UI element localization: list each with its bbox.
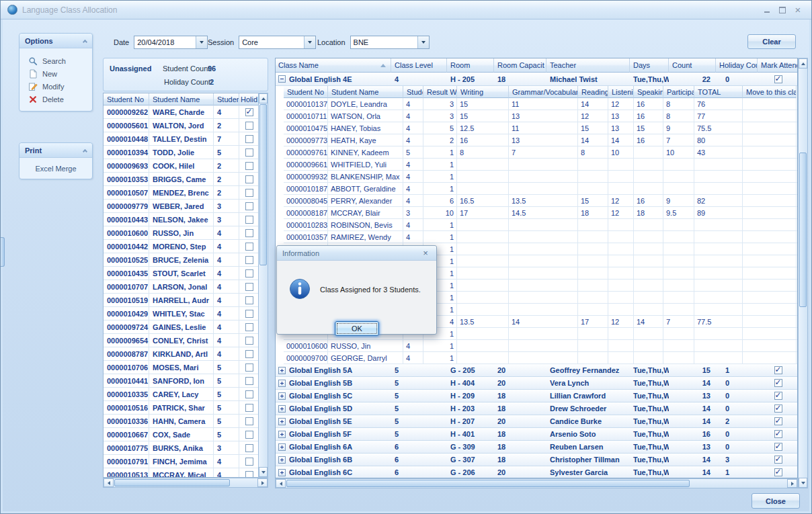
unassigned-vertical-scrollbar[interactable]: [258, 93, 268, 478]
sidebar-item-new[interactable]: New: [28, 67, 89, 80]
class-row[interactable]: Global English 5E5H - 20720Candice Burke…: [276, 415, 797, 428]
student-row[interactable]: 0000008045PERRY, Alexander4616.513.51512…: [284, 195, 797, 207]
print-panel-header[interactable]: Print: [19, 143, 92, 158]
column-header[interactable]: Student No: [284, 86, 328, 98]
student-row[interactable]: 0000008187MCCRAY, Blair3101714.51812189.…: [284, 207, 797, 219]
table-row[interactable]: 0000010706MOSES, Mari5: [104, 361, 268, 374]
scrollbar-thumb[interactable]: [259, 104, 267, 265]
minimize-icon[interactable]: [760, 4, 774, 16]
column-header[interactable]: Listening: [608, 86, 634, 98]
column-header[interactable]: Speaking: [634, 86, 663, 98]
scroll-left-icon[interactable]: [276, 479, 286, 488]
table-row[interactable]: 0000010448TALLEY, Destin7: [104, 132, 268, 146]
table-row[interactable]: 0000010336HAHN, Camera5: [104, 415, 268, 428]
titlebar[interactable]: Language Class Allocation: [1, 1, 811, 19]
holiday-checkbox[interactable]: [245, 243, 253, 251]
column-header[interactable]: Class Level: [391, 58, 447, 73]
column-header[interactable]: Student No: [104, 93, 149, 105]
student-row[interactable]: 0000009761KINNEY, Kadeem51878101043: [284, 146, 797, 159]
student-row[interactable]: 0000009773HEATH, Kaye421613141416780: [284, 134, 797, 146]
maximize-icon[interactable]: [776, 4, 789, 16]
table-row[interactable]: 0000010600RUSSO, Jin4: [104, 226, 268, 240]
dropdown-arrow-icon[interactable]: [304, 36, 315, 48]
mark-attendance-checkbox[interactable]: [774, 443, 782, 451]
table-row[interactable]: 0000010791FINCH, Jemima4: [104, 455, 268, 468]
expand-icon[interactable]: [278, 418, 286, 425]
table-row[interactable]: 0000010775BURKS, Anika3: [104, 441, 268, 455]
column-header[interactable]: Days: [630, 58, 669, 73]
expand-icon[interactable]: [278, 405, 286, 413]
class-row[interactable]: Global English 6C6G - 20620Sylvester Gar…: [276, 466, 797, 478]
table-row[interactable]: 0000010394TODD, Jolie5: [104, 146, 268, 159]
table-row[interactable]: 0000008787KIRKLAND, Artl4: [104, 347, 268, 361]
holiday-checkbox[interactable]: [245, 310, 253, 318]
mark-attendance-checkbox[interactable]: [774, 75, 782, 83]
holiday-checkbox[interactable]: [245, 269, 253, 277]
table-row[interactable]: 0000010441SANFORD, Ion5: [104, 374, 268, 388]
close-button[interactable]: Close: [752, 493, 800, 509]
mark-attendance-checkbox[interactable]: [774, 430, 782, 438]
scroll-up-icon[interactable]: [799, 58, 807, 69]
mark-attendance-checkbox[interactable]: [774, 379, 782, 387]
table-row[interactable]: 0000010443NELSON, Jakee3: [104, 213, 268, 226]
mark-attendance-checkbox[interactable]: [774, 417, 782, 425]
holiday-checkbox[interactable]: [245, 404, 253, 412]
dropdown-arrow-icon[interactable]: [196, 36, 207, 48]
sidebar-item-modify[interactable]: Modify: [28, 80, 89, 93]
scroll-right-icon[interactable]: [787, 479, 797, 488]
sidebar-item-search[interactable]: Search: [28, 54, 89, 67]
column-header[interactable]: Student Name: [328, 86, 403, 98]
holiday-checkbox[interactable]: [245, 122, 253, 130]
table-row[interactable]: 0000010525BRUCE, Zelenia4: [104, 253, 268, 267]
mark-attendance-checkbox[interactable]: [774, 404, 782, 413]
holiday-checkbox[interactable]: [245, 296, 253, 304]
table-row[interactable]: 0000010429WHITLEY, Stac4: [104, 307, 268, 320]
dialog-close-icon[interactable]: ×: [420, 248, 431, 258]
column-header[interactable]: Mark Attend: [758, 58, 798, 73]
table-row[interactable]: 0000009654CONLEY, Christ4: [104, 334, 268, 347]
class-row[interactable]: Global English 5A5G - 20520Geoffrey Fern…: [276, 364, 797, 377]
scrollbar-thumb[interactable]: [799, 153, 807, 307]
column-header[interactable]: Holid: [239, 93, 259, 105]
student-row[interactable]: 0000010357RAMIREZ, Wendy41: [284, 231, 797, 243]
class-row[interactable]: Global English 6B6G - 30718Christopher T…: [276, 454, 797, 466]
mark-attendance-checkbox[interactable]: [774, 366, 782, 374]
collapse-chevron-icon[interactable]: [83, 39, 87, 44]
clear-button[interactable]: Clear: [747, 34, 796, 49]
column-header[interactable]: Writing: [457, 86, 509, 98]
mark-attendance-checkbox[interactable]: [774, 392, 782, 400]
expand-icon[interactable]: [278, 367, 286, 374]
holiday-checkbox[interactable]: [245, 337, 253, 345]
ok-button[interactable]: OK: [335, 321, 379, 336]
scroll-left-icon[interactable]: [104, 478, 114, 487]
expand-icon[interactable]: [278, 456, 286, 464]
dropdown-arrow-icon[interactable]: [417, 36, 429, 48]
holiday-checkbox[interactable]: [245, 431, 253, 439]
column-header[interactable]: Student: [403, 86, 423, 98]
student-row[interactable]: 0000010137DOYLE, Leandra431511141216876: [284, 98, 797, 110]
column-header[interactable]: Reading: [578, 86, 608, 98]
table-row[interactable]: 0000010667COX, Sade5: [104, 428, 268, 441]
expand-icon[interactable]: [278, 392, 286, 400]
student-row[interactable]: 0000009661WHITFIELD, Yuli41: [284, 159, 797, 171]
expand-icon[interactable]: [278, 469, 286, 476]
column-header[interactable]: Grammar/Vocabulary: [509, 86, 578, 98]
table-row[interactable]: 0000009693COOK, Hilel2: [104, 159, 268, 173]
column-header[interactable]: Result Week: [423, 86, 457, 98]
student-row[interactable]: 0000010187ABBOTT, Geraldine41: [284, 183, 797, 195]
classes-horizontal-scrollbar[interactable]: [275, 478, 798, 488]
options-panel-header[interactable]: Options: [19, 34, 92, 48]
expand-icon[interactable]: [278, 431, 286, 438]
scroll-down-icon[interactable]: [259, 467, 268, 477]
student-row[interactable]: 0000009932BLANKENSHIP, Max41: [284, 171, 797, 183]
table-row[interactable]: 0000010707LARSON, Jonal4: [104, 280, 268, 294]
column-header[interactable]: Holiday Cour: [716, 58, 758, 73]
class-row[interactable]: Global English 5B5H - 40420Vera LynchTue…: [276, 377, 797, 390]
holiday-checkbox[interactable]: [245, 108, 253, 116]
column-header[interactable]: Student Name: [149, 93, 214, 105]
holiday-checkbox[interactable]: [245, 162, 253, 170]
column-header[interactable]: Class Name: [276, 58, 391, 73]
holiday-checkbox[interactable]: [245, 202, 253, 210]
excel-merge-button[interactable]: Excel Merge: [35, 165, 76, 173]
session-combobox[interactable]: Core: [239, 36, 316, 49]
